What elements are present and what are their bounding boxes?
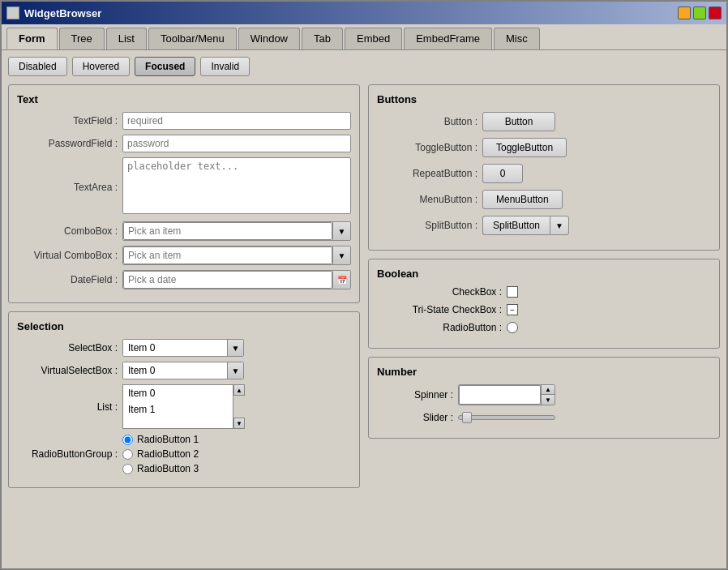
state-focused-button[interactable]: Focused (135, 57, 195, 76)
radio-button-2[interactable] (122, 449, 133, 460)
repeat-button-widget[interactable]: 0 (482, 164, 523, 183)
tab-misc[interactable]: Misc (494, 28, 540, 49)
virtual-selectbox-value: Item 0 (123, 362, 227, 379)
tab-form[interactable]: Form (6, 28, 58, 49)
datefield-calendar-button[interactable]: 📅 (332, 271, 350, 289)
selectbox-wrap: Item 0 ▼ (122, 339, 244, 357)
radiobutton-label: RadioButton : (377, 322, 507, 333)
titlebar-buttons (678, 6, 722, 19)
list-scroll-track (233, 396, 244, 418)
list-scroll-down[interactable]: ▼ (233, 418, 245, 429)
radio-button-1[interactable] (122, 435, 133, 445)
tristate-row: Tri-State CheckBox : − (377, 304, 711, 315)
virtual-combobox-input[interactable] (123, 246, 332, 264)
slider-track[interactable] (458, 415, 555, 420)
virtual-combobox-dropdown-icon: ▼ (338, 251, 346, 260)
virtual-selectbox-label: VirtualSelectBox : (17, 365, 122, 376)
list-label: List : (17, 401, 122, 413)
left-panel: Text TextField : PasswordField : (8, 84, 360, 496)
selectbox-row: SelectBox : Item 0 ▼ (17, 339, 351, 357)
combobox-dropdown-button[interactable]: ▼ (332, 222, 350, 240)
virtual-combobox-control: ▼ (122, 246, 351, 265)
textarea-input[interactable] (122, 157, 351, 214)
radiobutton-widget[interactable] (507, 322, 518, 333)
number-section-title: Number (377, 366, 711, 378)
virtual-combobox-dropdown-button[interactable]: ▼ (332, 246, 350, 264)
textarea-row: TextArea : (17, 157, 351, 216)
buttons-section: Buttons Button : Button ToggleButton : T… (368, 84, 720, 251)
close-button[interactable] (709, 6, 722, 19)
datefield-wrap: 📅 (122, 270, 351, 289)
spinner-input[interactable]: 0 (459, 385, 541, 405)
tristate-label: Tri-State CheckBox : (377, 304, 507, 315)
list-scroll-up[interactable]: ▲ (233, 384, 245, 396)
tab-list[interactable]: List (106, 28, 147, 49)
spinner-down-button[interactable]: ▼ (542, 395, 555, 405)
minimize-button[interactable] (678, 6, 691, 19)
split-main-button[interactable]: SplitButton (482, 216, 550, 235)
list-item[interactable]: Item 1 (123, 401, 243, 418)
main-content: Disabled Hovered Focused Invalid Text Te… (2, 49, 726, 568)
panels: Text TextField : PasswordField : (8, 84, 720, 496)
tab-window[interactable]: Window (238, 28, 300, 49)
tabs-bar: Form Tree List Toolbar/Menu Window Tab E… (2, 24, 726, 49)
slider-thumb[interactable] (462, 412, 472, 423)
slider-label: Slider : (377, 412, 458, 423)
textfield-input[interactable] (122, 112, 351, 130)
button-widget[interactable]: Button (482, 112, 555, 131)
window-title: WidgetBrowser (24, 7, 101, 19)
tab-embedframe[interactable]: EmbedFrame (404, 28, 492, 49)
split-arrow-button[interactable]: ▼ (550, 216, 569, 235)
tab-tab[interactable]: Tab (302, 28, 343, 49)
list-row: List : Item 0 Item 1 ▲ ▼ (17, 384, 351, 429)
passwordfield-input[interactable] (122, 135, 351, 152)
radio-button-1-label: RadioButton 1 (137, 434, 199, 445)
splitbutton-label: SplitButton : (377, 220, 482, 231)
tristate-checkbox-widget[interactable]: − (507, 304, 518, 315)
radio-button-1-row: RadioButton 1 (122, 434, 199, 445)
number-section: Number Spinner : 0 ▲ ▼ Slider : (368, 357, 720, 439)
maximize-button[interactable] (693, 6, 706, 19)
tab-embed[interactable]: Embed (345, 28, 402, 49)
radio-button-2-label: RadioButton 2 (137, 448, 199, 460)
state-invalid-button[interactable]: Invalid (200, 57, 250, 76)
textarea-control (122, 157, 351, 216)
textfield-control (122, 112, 351, 130)
state-disabled-button[interactable]: Disabled (8, 57, 67, 76)
virtual-selectbox-arrow-button[interactable]: ▼ (227, 362, 243, 379)
split-arrow-icon: ▼ (555, 221, 563, 230)
checkbox-row: CheckBox : (377, 286, 711, 298)
tab-tree[interactable]: Tree (59, 28, 105, 49)
radiogroup-label: RadioButtonGroup : (17, 448, 122, 460)
radio-button-2-row: RadioButton 2 (122, 448, 199, 460)
list-item[interactable]: Item 0 (123, 385, 243, 401)
app-icon (6, 6, 19, 19)
combobox-row: ComboBox : ▼ (17, 221, 351, 241)
datefield-input[interactable] (123, 271, 332, 289)
radio-button-3[interactable] (122, 464, 133, 474)
list-box[interactable]: Item 0 Item 1 (122, 384, 244, 429)
menu-button-widget[interactable]: MenuButton (482, 190, 563, 209)
titlebar: WidgetBrowser (2, 2, 726, 24)
radiogroup-row: RadioButtonGroup : RadioButton 1 RadioBu… (17, 434, 351, 474)
combobox-control: ▼ (122, 221, 351, 241)
checkbox-widget[interactable] (507, 286, 518, 298)
virtual-combobox-wrap: ▼ (122, 246, 351, 265)
virtual-selectbox-wrap: Item 0 ▼ (122, 362, 244, 379)
toggle-button-widget[interactable]: ToggleButton (482, 138, 567, 157)
text-section: Text TextField : PasswordField : (8, 84, 360, 303)
state-hovered-button[interactable]: Hovered (72, 57, 130, 76)
combobox-input[interactable] (123, 222, 332, 240)
radiobutton-row: RadioButton : (377, 322, 711, 333)
selectbox-arrow-button[interactable]: ▼ (227, 340, 243, 356)
radio-group: RadioButton 1 RadioButton 2 RadioButton … (122, 434, 199, 474)
boolean-section: Boolean CheckBox : Tri-State CheckBox : … (368, 259, 720, 349)
spinner-up-button[interactable]: ▲ (542, 385, 555, 395)
tab-toolbar-menu[interactable]: Toolbar/Menu (148, 28, 237, 49)
list-scrollbar: ▲ ▼ (233, 384, 244, 429)
virtual-selectbox-arrow-icon: ▼ (232, 366, 240, 375)
radio-button-3-row: RadioButton 3 (122, 463, 199, 474)
titlebar-left: WidgetBrowser (6, 6, 101, 19)
virtual-combobox-row: Virtual ComboBox : ▼ (17, 246, 351, 265)
selectbox-arrow-icon: ▼ (232, 344, 240, 353)
